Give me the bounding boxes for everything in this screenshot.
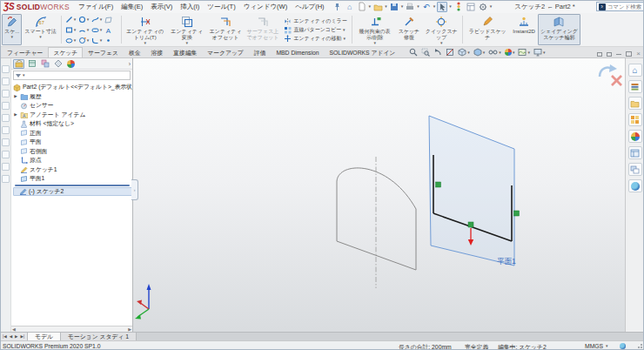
property-manager-tab[interactable]	[26, 59, 37, 69]
tree-item-right-plane[interactable]: 右側面	[13, 147, 132, 157]
doc-restore-button[interactable]	[626, 51, 632, 57]
convert-caret[interactable]: ▾	[185, 41, 188, 45]
unit-system-caret[interactable]: ▾	[606, 344, 608, 348]
edit-appearance-button[interactable]: ▾	[505, 49, 515, 56]
tree-item-sensors[interactable]: センサー	[13, 101, 132, 111]
tree-root-part[interactable]: Part2 (デフォルト<<デフォルト>_表示状態	[13, 83, 132, 92]
options-gear-button[interactable]	[478, 2, 488, 12]
section-view-button[interactable]	[446, 48, 454, 57]
zoom-to-area-button[interactable]	[421, 48, 430, 57]
expand-icon[interactable]: ▶	[13, 112, 18, 117]
trim-caret[interactable]: ▾	[144, 41, 146, 45]
docked-toolbar-icon[interactable]	[2, 102, 10, 110]
save-caret[interactable]: ▾	[401, 4, 404, 9]
perimeter-circle-tool-button[interactable]: ▾	[78, 35, 91, 45]
display-style-button[interactable]: ▾	[473, 48, 486, 57]
first-tab-button[interactable]: |◀	[2, 334, 8, 339]
tree-item-sketch1[interactable]: スケッチ1	[13, 165, 132, 175]
options-caret[interactable]: ▾	[490, 4, 493, 9]
sketch-canvas[interactable]: 平面1	[133, 58, 625, 332]
exit-sketch-caret[interactable]: ▾	[10, 35, 13, 39]
trim-entities-button[interactable]: エンティティのトリム(T) ▾	[124, 14, 167, 45]
ellipse-caret[interactable]: ▾	[74, 38, 77, 43]
scene-caret[interactable]: ▾	[527, 50, 530, 55]
smart-dimension-caret[interactable]: ▾	[39, 35, 42, 39]
prev-tab-button[interactable]: ◀	[9, 334, 13, 339]
menu-help[interactable]: ヘルプ(H)	[295, 3, 324, 11]
filter-caret[interactable]: ▾	[23, 73, 25, 77]
print-button[interactable]	[405, 2, 415, 12]
text-tool-button[interactable]: A	[104, 24, 117, 35]
relations-caret[interactable]: ▾	[373, 41, 376, 45]
model-tab[interactable]: モデル	[28, 333, 61, 340]
undo-button[interactable]: ↶	[421, 2, 432, 12]
docked-toolbar-icon[interactable]	[2, 126, 10, 134]
open-caret[interactable]: ▾	[385, 4, 387, 9]
new-caret[interactable]: ▾	[369, 4, 372, 9]
custom-properties-button[interactable]	[628, 146, 642, 159]
select-caret[interactable]: ▾	[449, 4, 452, 9]
line-caret[interactable]: ▾	[74, 17, 77, 22]
repair-sketch-button[interactable]: スケッチ 修復	[396, 14, 423, 45]
fillet-caret[interactable]: ▾	[100, 38, 103, 43]
sketch1-profile[interactable]	[337, 168, 416, 270]
docked-toolbar-icon[interactable]	[2, 77, 10, 85]
view-settings-button[interactable]: ▾	[533, 48, 546, 57]
pattern-caret[interactable]: ▾	[343, 28, 345, 32]
display-style-caret[interactable]: ▾	[483, 50, 486, 55]
tree-item-top-plane[interactable]: 平面	[13, 138, 132, 147]
open-button[interactable]	[372, 2, 383, 12]
appearances-button[interactable]	[628, 130, 642, 143]
perimeter-caret[interactable]: ▾	[87, 38, 90, 43]
view-orientation-caret[interactable]: ▾	[467, 50, 470, 55]
quick-snaps-button[interactable]: クイックスナップ ▾	[422, 14, 460, 45]
docked-toolbar-icon[interactable]	[2, 65, 10, 73]
undo-caret[interactable]: ▾	[433, 4, 436, 9]
menu-window[interactable]: ウィンドウ(W)	[244, 3, 287, 11]
docked-toolbar-icon[interactable]	[2, 163, 10, 171]
rectangle-tool-button[interactable]: ▾	[65, 24, 78, 35]
doc-window-icon[interactable]	[597, 52, 602, 57]
appearance-caret[interactable]: ▾	[513, 50, 515, 55]
zoom-to-fit-button[interactable]	[409, 48, 418, 57]
convert-entities-button[interactable]: エンティティ変換 ▾	[167, 14, 207, 45]
tab-evaluate[interactable]: 評価	[249, 47, 272, 57]
search-input[interactable]	[607, 3, 644, 10]
graphics-viewport[interactable]: 平面1	[133, 58, 625, 332]
tab-features[interactable]: フィーチャー	[2, 47, 48, 57]
save-button[interactable]	[389, 2, 399, 12]
home-button[interactable]: ⌂	[345, 2, 355, 12]
circle-caret[interactable]: ▾	[87, 17, 90, 22]
mirror-entities-button[interactable]: エンティティのミラー	[284, 17, 346, 25]
last-tab-button[interactable]: ▶|	[20, 334, 26, 339]
panel-splitter-handle[interactable]: ›	[131, 179, 138, 200]
docked-toolbar-icon[interactable]	[2, 175, 10, 183]
expand-icon[interactable]: ▶	[13, 94, 18, 98]
print-caret[interactable]: ▾	[417, 4, 419, 9]
display-manager-tab[interactable]	[65, 59, 77, 69]
point-tool-button[interactable]	[104, 35, 117, 45]
doc-close-button[interactable]: ×	[636, 50, 641, 57]
solidworks-resources-button[interactable]: ⌂	[628, 64, 642, 77]
feature-tree-tab[interactable]	[13, 59, 24, 69]
tree-horizontal-scrollbar[interactable]: ◀ ▶	[11, 326, 132, 332]
menu-insert[interactable]: 挿入(I)	[180, 3, 199, 11]
quick-snaps-caret[interactable]: ▾	[440, 41, 443, 45]
shaded-sketch-contours-button[interactable]: シェイディング スケッチ輪郭	[538, 14, 580, 45]
tree-item-plane1[interactable]: 平面1	[13, 174, 132, 184]
docked-toolbar-icon[interactable]	[2, 114, 10, 122]
view-settings-caret[interactable]: ▾	[543, 50, 546, 55]
pin-icon[interactable]	[333, 2, 341, 12]
rapid-sketch-button[interactable]: ラピッドスケッチ	[465, 14, 510, 45]
tab-sheet-metal[interactable]: 板金	[124, 47, 146, 57]
tree-filter-box[interactable]: ▾	[13, 71, 131, 80]
tab-solidworks-addins[interactable]: SOLIDWORKS アドイン	[325, 47, 401, 57]
tree-item-origin[interactable]: 原点	[13, 156, 132, 165]
rectangle-caret[interactable]: ▾	[74, 28, 77, 32]
status-globe-icon[interactable]	[620, 343, 626, 350]
fm-tabs-overflow[interactable]: ›	[129, 61, 131, 67]
3dexperience-button[interactable]	[628, 179, 642, 192]
motion-study-tab[interactable]: モーション スタディ 1	[61, 333, 137, 340]
sketch-plane-tool-button[interactable]	[104, 14, 117, 24]
tree-item-history[interactable]: ▶ 履歴	[13, 92, 132, 102]
